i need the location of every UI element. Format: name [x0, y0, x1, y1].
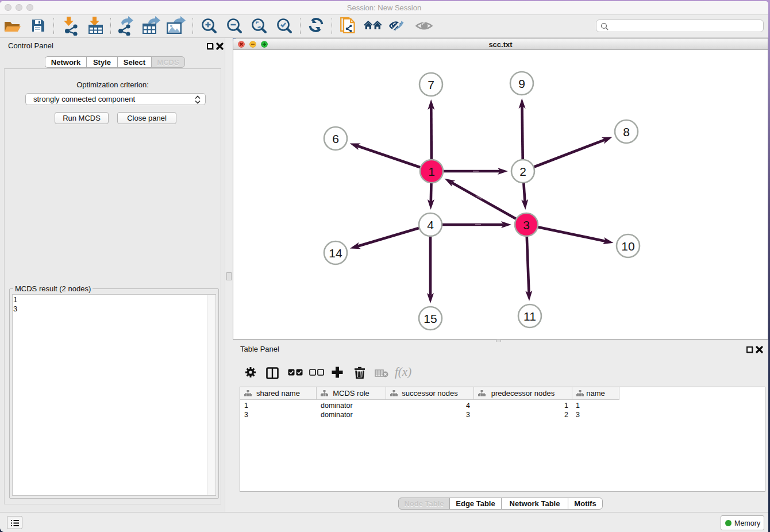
svg-text:2: 2: [519, 165, 526, 178]
svg-text:3: 3: [523, 218, 530, 232]
svg-text:1: 1: [428, 165, 435, 178]
svg-text:15: 15: [424, 312, 437, 325]
svg-text:8: 8: [623, 125, 630, 138]
svg-text:11: 11: [523, 310, 536, 323]
svg-text:4: 4: [427, 218, 434, 232]
svg-text:7: 7: [428, 78, 434, 91]
svg-text:10: 10: [621, 240, 634, 253]
svg-text:14: 14: [329, 246, 342, 260]
svg-text:9: 9: [518, 77, 525, 90]
svg-text:6: 6: [332, 132, 339, 145]
